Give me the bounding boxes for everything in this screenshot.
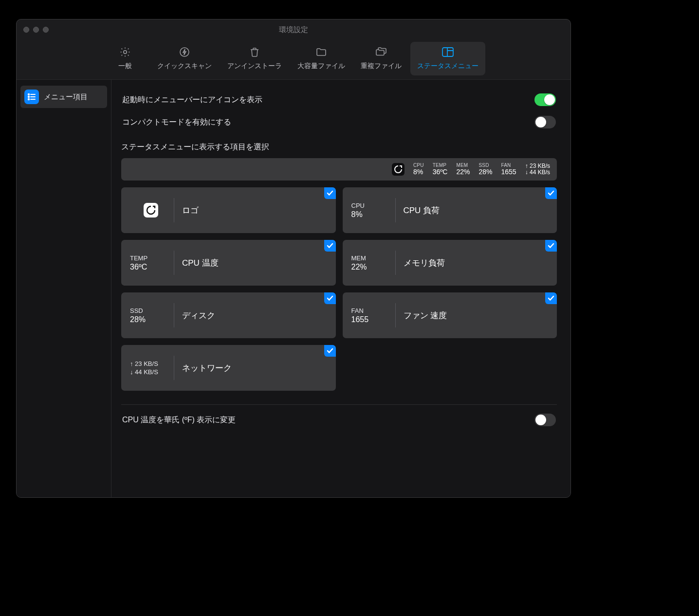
- preferences-window: 環境設定 一般 クイックスキャン: [16, 19, 571, 498]
- tab-label: ステータスメニュー: [417, 62, 478, 71]
- stat-label: CPU: [351, 202, 393, 209]
- preview-mem: MEM 22%: [456, 163, 470, 175]
- item-temp[interactable]: TEMP 36ºC CPU 温度: [121, 240, 336, 286]
- item-mem[interactable]: MEM 22% メモリ負荷: [343, 240, 557, 286]
- stat-value: 22%: [456, 168, 470, 176]
- net-down: ↓ 44 KB/s: [525, 169, 550, 176]
- card-title: CPU 温度: [182, 257, 219, 269]
- check-icon: [324, 187, 336, 199]
- card-stat: FAN 1655: [351, 307, 393, 324]
- toggle-fahrenheit[interactable]: [534, 414, 556, 426]
- stat-value: 1655: [501, 168, 516, 176]
- toolbar: 一般 クイックスキャン アンインストーラ: [17, 40, 570, 79]
- sidebar: メニュー項目: [17, 80, 111, 497]
- svg-point-5: [28, 94, 29, 95]
- card-title: メモリ負荷: [404, 257, 445, 269]
- stat-label: TEMP: [130, 254, 172, 262]
- net-down: ↓ 44 KB/S: [130, 368, 172, 376]
- tab-uninstaller[interactable]: アンインストーラ: [221, 42, 289, 75]
- card-stat: TEMP 36ºC: [130, 254, 172, 272]
- tab-label: クイックスキャン: [157, 62, 212, 71]
- separator: [395, 303, 396, 327]
- stat-value: 22%: [351, 263, 393, 272]
- tab-label: 重複ファイル: [361, 62, 402, 71]
- svg-point-1: [180, 48, 189, 56]
- card-title: ディスク: [182, 310, 215, 321]
- sidebar-item-menu-items[interactable]: メニュー項目: [20, 86, 107, 108]
- card-stat: ↑ 23 KB/S ↓ 44 KB/S: [130, 360, 172, 376]
- items-grid: ロゴ CPU 8% CPU 負荷: [121, 187, 557, 391]
- tab-statusmenu[interactable]: ステータスメニュー: [410, 42, 485, 75]
- stat-value: 8%: [351, 210, 393, 219]
- check-icon: [545, 292, 557, 304]
- row-show-icon: 起動時にメニューバーにアイコンを表示: [121, 89, 557, 111]
- stat-value: 8%: [413, 168, 424, 176]
- check-icon: [324, 345, 336, 357]
- preview-fan: FAN 1655: [501, 163, 516, 175]
- logo-icon: [392, 163, 405, 176]
- svg-point-0: [124, 51, 127, 54]
- net-up: ↑ 23 KB/S: [130, 360, 172, 367]
- separator: [174, 303, 174, 327]
- row-label: CPU 温度を華氏 (ºF) 表示に変更: [122, 415, 236, 425]
- sidebar-item-label: メニュー項目: [44, 92, 88, 102]
- logo-icon: [144, 203, 158, 217]
- card-stat: SSD 28%: [130, 307, 172, 324]
- preview-temp: TEMP 36ºC: [433, 163, 448, 175]
- stat-value: 28%: [130, 315, 172, 324]
- separator: [174, 251, 174, 275]
- stat-label: MEM: [351, 254, 393, 262]
- separator: [395, 251, 396, 275]
- window-title: 環境設定: [17, 25, 570, 35]
- preview-net: ↑ 23 KB/s ↓ 44 KB/s: [525, 163, 550, 175]
- section-title: ステータスメニューに表示する項目を選択: [121, 142, 557, 152]
- stat-value: 36ºC: [433, 168, 448, 176]
- tab-label: 一般: [118, 62, 132, 71]
- tab-general[interactable]: 一般: [102, 42, 148, 75]
- svg-point-7: [28, 99, 29, 100]
- titlebar: 環境設定: [17, 19, 570, 40]
- toggle-show-icon[interactable]: [534, 93, 556, 106]
- preview-ssd: SSD 28%: [478, 163, 492, 175]
- item-cpu[interactable]: CPU 8% CPU 負荷: [343, 187, 557, 233]
- card-title: CPU 負荷: [404, 205, 440, 216]
- tab-quickscan[interactable]: クイックスキャン: [150, 42, 219, 75]
- stat-value: 36ºC: [130, 263, 172, 272]
- gear-icon: [119, 46, 131, 58]
- check-icon: [545, 240, 557, 252]
- row-label: コンパクトモードを有効にする: [122, 117, 231, 127]
- separator: [174, 198, 174, 222]
- row-label: 起動時にメニューバーにアイコンを表示: [122, 95, 262, 105]
- panel-icon: [441, 46, 454, 58]
- lightning-circle-icon: [178, 46, 191, 58]
- folder-icon: [315, 46, 328, 58]
- body: メニュー項目 起動時にメニューバーにアイコンを表示 コンパクトモードを有効にする…: [17, 79, 570, 497]
- check-icon: [324, 292, 336, 304]
- svg-point-6: [28, 96, 29, 97]
- tab-largefiles[interactable]: 大容量ファイル: [291, 42, 352, 75]
- card-title: ネットワーク: [182, 362, 232, 374]
- item-ssd[interactable]: SSD 28% ディスク: [121, 292, 336, 338]
- stat-label: FAN: [351, 307, 393, 314]
- trash-icon: [248, 46, 261, 58]
- tab-label: アンインストーラ: [227, 62, 282, 71]
- stat-label: SSD: [130, 307, 172, 314]
- stat-value: 28%: [478, 168, 492, 176]
- item-fan[interactable]: FAN 1655 ファン 速度: [343, 292, 557, 338]
- separator: [174, 356, 174, 380]
- card-title: ロゴ: [182, 205, 199, 216]
- content: 起動時にメニューバーにアイコンを表示 コンパクトモードを有効にする ステータスメ…: [111, 80, 570, 497]
- folders-icon: [375, 46, 387, 58]
- card-stat: MEM 22%: [351, 254, 393, 272]
- check-icon: [545, 187, 557, 199]
- status-preview: CPU 8% TEMP 36ºC MEM 22% SSD 28% FAN 1: [121, 158, 557, 181]
- divider: [121, 404, 557, 405]
- item-logo[interactable]: ロゴ: [121, 187, 336, 233]
- tab-duplicates[interactable]: 重複ファイル: [354, 42, 408, 75]
- row-fahrenheit: CPU 温度を華氏 (ºF) 表示に変更: [121, 409, 557, 431]
- item-network[interactable]: ↑ 23 KB/S ↓ 44 KB/S ネットワーク: [121, 345, 336, 391]
- separator: [395, 198, 396, 222]
- preview-cpu: CPU 8%: [413, 163, 424, 175]
- stat-value: 1655: [351, 315, 393, 324]
- toggle-compact-mode[interactable]: [534, 116, 556, 128]
